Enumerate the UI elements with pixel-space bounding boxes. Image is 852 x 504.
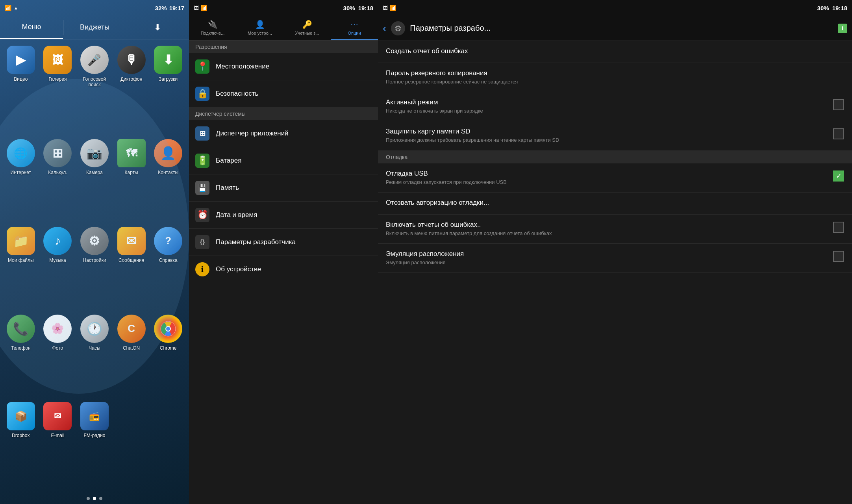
app-chaton[interactable]: C ChatON [115,315,148,399]
app-photos[interactable]: 🌸 Фото [41,315,75,399]
devtools-status-icons: 🖼 📶 [383,5,396,11]
back-button[interactable]: ‹ [383,22,386,35]
app-email-icon: ✉ [43,402,72,430]
tab-options[interactable]: ⋯ Опции [331,16,378,40]
app-chaton-label: ChatON [123,345,140,351]
settings-datetime-label: Дата и время [216,211,257,219]
app-phone[interactable]: 📞 Телефон [4,315,38,399]
devtools-gear-icon: ⚙ [391,21,405,35]
app-maps-icon: 🗺 [117,139,146,167]
memory-icon: 💾 [195,181,209,195]
svg-point-3 [166,327,170,331]
time-s2: 19:18 [358,5,373,11]
app-calc-icon: ⊞ [43,139,72,167]
settings-location[interactable]: 📍 Местоположение [189,53,378,80]
settings-tabs: 🔌 Подключе... 👤 Мое устро... 🔑 Учетные з… [189,16,378,41]
app-maps[interactable]: 🗺 Карты [115,139,148,224]
app-fmradio[interactable]: 📻 FM-радио [78,402,111,487]
wifi-icon-d: 📶 [389,5,396,11]
tab-download[interactable]: ⬇ [126,16,189,39]
devtools-active-title: Активный режим [386,98,833,106]
app-help-icon: ? [154,227,182,255]
devtools-item-create-report-content: Создать отчет об ошибках [386,47,844,56]
app-email[interactable]: ✉ E-mail [41,402,75,487]
protect-sd-checkbox[interactable] [833,128,844,139]
app-messages[interactable]: ✉ Сообщения [115,227,148,311]
app-downloads[interactable]: ⬇ Загрузки [151,46,185,136]
screenshot-icon-d: 🖼 [383,5,388,11]
devtools-item-mock-location[interactable]: Эмуляция расположения Эмуляция расположе… [378,244,852,273]
devtools-icon: {} [195,235,209,249]
page-dots [0,493,189,504]
devtools-item-create-report[interactable]: Создать отчет об ошибках [378,41,852,63]
devtools-item-usb-debug[interactable]: Отладка USB Режим отладки запускается пр… [378,163,852,193]
devtools-error-subtitle: Включить в меню питания параметр для соз… [386,230,833,237]
error-reports-checkbox[interactable] [833,222,844,233]
settings-status-icons: 🖼 📶 [194,5,207,11]
app-help[interactable]: ? Справка [151,227,185,311]
dot-1[interactable] [87,497,90,500]
devtools-item-error-reports[interactable]: Включать отчеты об ошибках.. Включить в … [378,215,852,244]
app-chrome-icon [154,315,182,343]
download-icon: ⬇ [154,22,161,33]
location-icon: 📍 [195,59,209,74]
settings-security[interactable]: 🔒 Безопасность [189,80,378,107]
settings-battery[interactable]: 🔋 Батарея [189,147,378,174]
app-downloads-label: Загрузки [159,76,178,82]
app-chrome[interactable]: Chrome [151,315,185,399]
settings-about[interactable]: ℹ Об устройстве [189,256,378,283]
app-video[interactable]: ▶ Видео [4,46,38,136]
app-email-label: E-mail [51,433,64,438]
settings-memory[interactable]: 💾 Память [189,174,378,202]
devtools-backup-title: Пароль резервного копирования [386,69,844,77]
app-settings-label: Настройки [83,258,106,263]
devtools-status-right: 30% 19:18 [817,5,847,11]
app-internet[interactable]: 🌐 Интернет [4,139,38,224]
app-camera[interactable]: 📷 Камера [78,139,111,224]
screenshot-icon: 🖼 [194,5,199,11]
settings-devtools[interactable]: {} Параметры разработчика [189,229,378,256]
battery-toggle[interactable]: I [838,24,847,33]
app-myfiles[interactable]: 📁 Мои файлы [4,227,38,311]
app-phone-icon: 📞 [7,315,35,343]
tab-mydevice[interactable]: 👤 Мое устро... [236,16,283,40]
app-contacts[interactable]: 👤 Контакты [151,139,185,224]
devtools-item-backup-password[interactable]: Пароль резервного копирования Полное рез… [378,63,852,92]
devtools-item-protect-content: Защитить карту памяти SD Приложения долж… [386,128,833,144]
settings-appmanager[interactable]: ⊞ Диспетчер приложений [189,120,378,147]
devtools-header: ‹ ⚙ Параметры разрабо... I [378,16,852,41]
wifi-icon: 📶 [5,5,11,11]
tab-widgets[interactable]: Виджеты [63,16,126,39]
tab-accounts[interactable]: 🔑 Учетные з... [283,16,331,40]
app-calc[interactable]: ⊞ Калькул. [41,139,75,224]
app-recorder[interactable]: 🎙 Диктофон [115,46,148,136]
app-gallery[interactable]: 🖼 Галерея [41,46,75,136]
settings-datetime[interactable]: ⏰ Дата и время [189,202,378,229]
devtools-item-backup-content: Пароль резервного копирования Полное рез… [386,69,844,85]
active-mode-checkbox[interactable] [833,99,844,110]
devtools-item-protect-sd[interactable]: Защитить карту памяти SD Приложения долж… [378,121,852,150]
devtools-item-usb-content: Отладка USB Режим отладки запускается пр… [386,170,833,186]
tab-accounts-label: Учетные з... [295,31,319,35]
usb-debug-checkbox[interactable]: ✓ [833,170,844,182]
app-music[interactable]: ♪ Музыка [41,227,75,311]
mock-location-checkbox[interactable] [833,251,844,262]
app-clock[interactable]: 🕐 Часы [78,315,111,399]
app-dropbox[interactable]: 📦 Dropbox [4,402,38,487]
tab-connect[interactable]: 🔌 Подключе... [189,16,236,40]
settings-section-system: Диспетчер системы [189,107,378,120]
app-fmradio-label: FM-радио [83,433,105,438]
devtools-item-active-mode[interactable]: Активный режим Никогда не отключать экра… [378,92,852,121]
app-settings[interactable]: ⚙ Настройки [78,227,111,311]
app-recorder-label: Диктофон [120,76,142,82]
tab-menu[interactable]: Меню [0,16,63,39]
app-voice-icon: 🎤 [80,46,109,74]
dot-3[interactable] [99,497,102,500]
tab-mydevice-icon: 👤 [255,20,265,29]
app-chaton-icon: C [117,315,146,343]
devtools-item-revoke-auth[interactable]: Отозвать авторизацию отладки... [378,193,852,215]
app-messages-icon: ✉ [117,227,146,255]
dot-2[interactable] [93,497,96,500]
devtools-item-revoke-content: Отозвать авторизацию отладки... [386,199,844,208]
app-voice[interactable]: 🎤 Голосовой поиск [78,46,111,136]
